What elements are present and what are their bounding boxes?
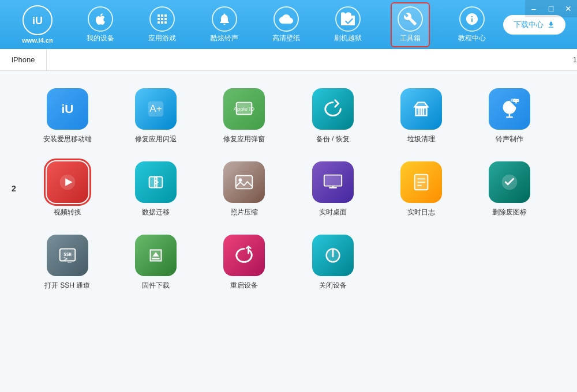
reboot-label: 重启设备 [230, 281, 258, 291]
realtime-desktop-icon [312, 161, 354, 203]
main-content: iU 安装爱思移动端 A+ 修复应用闪退 Apple ID 修复应用弹窗 备份 … [0, 71, 577, 392]
video-convert-icon [47, 161, 88, 203]
open-ssh-label: 打开 SSH 通道 [44, 281, 90, 291]
tool-realtime-log[interactable]: 实时日志 [383, 161, 459, 217]
fix-app-crash-icon: A+ [135, 88, 177, 130]
download-button[interactable]: 下载中心 [503, 15, 565, 35]
svg-point-14 [239, 178, 242, 182]
realtime-log-label: 实时日志 [407, 208, 435, 217]
svg-text:iU: iU [61, 102, 73, 115]
tool-ringtone-make[interactable]: 铃声制作 [471, 88, 548, 144]
shutdown-label: 关闭设备 [319, 281, 347, 291]
install-i4-icon: iU [47, 88, 88, 130]
iphone-tab-label: iPhone [12, 55, 35, 64]
logo-area: iU www.i4.cn [6, 5, 69, 44]
tools-grid: iU 安装爱思移动端 A+ 修复应用闪退 Apple ID 修复应用弹窗 备份 … [29, 88, 548, 291]
photo-compress-icon [223, 161, 265, 203]
nav-wallpaper-label: 高清壁纸 [272, 33, 300, 43]
apple-icon [88, 6, 113, 32]
iphone-tab[interactable]: iPhone [0, 49, 47, 70]
nav-wallpaper[interactable]: 高清壁纸 [267, 3, 306, 46]
backup-restore-label: 备份 / 恢复 [316, 134, 350, 144]
jailbreak-icon [335, 6, 361, 32]
tool-firmware-download[interactable]: 固件下载 [117, 235, 194, 291]
firmware-download-label: 固件下载 [142, 281, 170, 291]
nav-apps-games-label: 应用游戏 [148, 33, 176, 43]
nav-jailbreak[interactable]: 刷机越狱 [328, 3, 368, 46]
fix-app-crash-label: 修复应用闪退 [135, 134, 177, 144]
header: iU www.i4.cn 我的设备 应用游戏 [0, 0, 577, 49]
data-migrate-icon [135, 161, 177, 203]
ringtone-make-label: 铃声制作 [496, 134, 523, 144]
nav-toolbox[interactable]: 工具箱 [391, 2, 430, 47]
nav-tutorials[interactable]: 教程中心 [452, 3, 492, 46]
maximize-button[interactable]: □ [542, 0, 560, 17]
realtime-log-icon [400, 161, 442, 203]
apps-icon [149, 6, 175, 32]
tool-delete-icons[interactable]: 删除废图标 [471, 161, 548, 217]
close-button[interactable]: ✕ [560, 0, 577, 17]
data-migrate-label: 数据迁移 [142, 208, 170, 217]
ringtone-make-icon [489, 88, 530, 130]
tool-shutdown[interactable]: 关闭设备 [294, 235, 371, 291]
nav-toolbox-label: 工具箱 [400, 33, 421, 43]
nav-items: 我的设备 应用游戏 酷炫铃声 高清壁纸 [69, 2, 503, 47]
tool-fix-app-popup[interactable]: Apple ID 修复应用弹窗 [206, 88, 283, 144]
photo-compress-label: 照片压缩 [230, 208, 258, 217]
marker-2: 2 [12, 184, 16, 193]
tool-video-convert[interactable]: 2 视频转换 [29, 161, 106, 217]
svg-text:>_: >_ [63, 255, 72, 263]
nav-apps-games[interactable]: 应用游戏 [143, 3, 182, 46]
tool-photo-compress[interactable]: 照片压缩 [206, 161, 283, 217]
firmware-download-icon [135, 235, 177, 276]
logo-icon[interactable]: iU [23, 5, 53, 35]
nav-my-device-label: 我的设备 [87, 33, 114, 43]
backup-restore-icon [312, 88, 354, 130]
tool-fix-app-crash[interactable]: A+ 修复应用闪退 [117, 88, 194, 144]
tool-open-ssh[interactable]: SSH>_ 打开 SSH 通道 [29, 235, 106, 291]
wallpaper-icon [273, 6, 299, 32]
junk-clean-label: 垃圾清理 [407, 134, 435, 144]
tool-realtime-desktop[interactable]: 实时桌面 [294, 161, 371, 217]
nav-ringtones-label: 酷炫铃声 [211, 33, 238, 43]
realtime-desktop-label: 实时桌面 [319, 208, 347, 217]
svg-rect-15 [324, 175, 341, 186]
svg-point-6 [511, 99, 514, 102]
sub-header: iPhone 1 [0, 49, 577, 71]
svg-text:A+: A+ [149, 103, 162, 114]
open-ssh-icon: SSH>_ [47, 235, 88, 276]
tool-junk-clean[interactable]: 垃圾清理 [383, 88, 459, 144]
delete-icons-icon [489, 161, 530, 203]
window-controls: – □ ✕ [525, 0, 577, 17]
shutdown-icon [312, 235, 354, 276]
svg-rect-13 [236, 176, 253, 189]
tool-install-i4[interactable]: iU 安装爱思移动端 [29, 88, 106, 144]
minimize-button[interactable]: – [525, 0, 542, 17]
download-label: 下载中心 [514, 20, 544, 30]
logo-url: www.i4.cn [22, 37, 53, 44]
bell-nav-icon [212, 6, 237, 32]
install-i4-label: 安装爱思移动端 [43, 134, 92, 144]
reboot-icon [223, 235, 265, 276]
nav-jailbreak-label: 刷机越狱 [334, 33, 362, 43]
video-convert-label: 视频转换 [54, 208, 81, 217]
toolbox-icon [398, 6, 423, 32]
svg-text:iU: iU [32, 15, 43, 27]
delete-icons-label: 删除废图标 [492, 208, 527, 217]
tool-backup-restore[interactable]: 备份 / 恢复 [294, 88, 371, 144]
tool-reboot[interactable]: 重启设备 [206, 235, 283, 291]
nav-tutorials-label: 教程中心 [458, 33, 486, 43]
nav-my-device[interactable]: 我的设备 [81, 3, 120, 46]
fix-app-popup-icon: Apple ID [223, 88, 265, 130]
info-icon [459, 6, 485, 32]
nav-ringtones[interactable]: 酷炫铃声 [205, 3, 244, 46]
tab-number: 1 [573, 55, 577, 64]
tool-data-migrate[interactable]: 数据迁移 [117, 161, 194, 217]
junk-clean-icon [400, 88, 442, 130]
svg-text:Apple ID: Apple ID [234, 105, 255, 112]
fix-app-popup-label: 修复应用弹窗 [223, 134, 265, 144]
